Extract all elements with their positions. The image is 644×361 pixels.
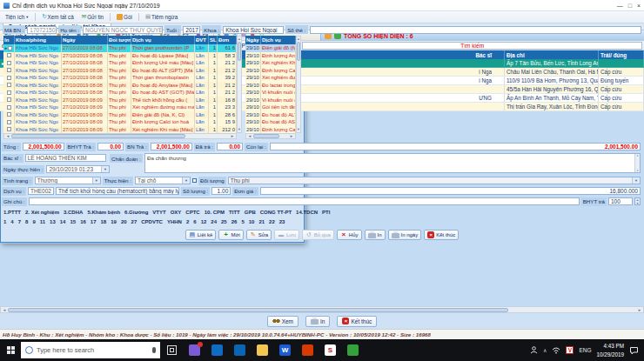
pinwheel-app-icon[interactable]: [347, 344, 359, 356]
taskbar-search-input[interactable]: Type here to search: [21, 342, 160, 358]
category-tab-cptc[interactable]: CPTC: [185, 210, 199, 215]
category-tab-16[interactable]: 16: [80, 219, 86, 224]
microphone-icon[interactable]: [152, 347, 156, 353]
category-tab-13[interactable]: 13: [50, 219, 56, 224]
category-tab-2[interactable]: 2: [186, 219, 189, 224]
dialog-maximize-icon[interactable]: □: [628, 3, 632, 9]
service-checkbox[interactable]: [7, 97, 11, 102]
people-icon[interactable]: [530, 346, 538, 354]
service-checkbox[interactable]: [7, 127, 11, 131]
service-row-item[interactable]: Khoa Hồi Sức Ngo27/10/2019 08:09Thu phíĐ…: [3, 111, 237, 119]
dialog-minimize-icon[interactable]: —: [617, 3, 623, 9]
service-cell-chk[interactable]: [3, 82, 15, 90]
note-field[interactable]: [29, 197, 580, 205]
category-tab-14[interactable]: 14: [60, 219, 66, 224]
category-tab-cpdvtc[interactable]: CPDVTC: [141, 219, 163, 224]
insurance-rate-field[interactable]: 100: [608, 197, 633, 205]
service-cell-chk[interactable]: [3, 126, 15, 134]
dialog-button-sua[interactable]: Sửa: [246, 230, 272, 240]
category-tab-15[interactable]: 15: [70, 219, 76, 224]
category-tab-cong-tt-pt[interactable]: CONG TT-PT: [260, 210, 292, 215]
category-tab-pti[interactable]: PTI: [322, 210, 330, 215]
history-row-item[interactable]: 29/10Xét nghiệm Khí má: [245, 59, 296, 67]
service-checkbox[interactable]: [7, 76, 11, 80]
language-indicator[interactable]: ENG: [579, 347, 591, 353]
object-checkbox[interactable]: [192, 178, 197, 183]
service-row-item[interactable]: Khoa Hồi Sức Ngo27/10/2019 08:09Thu phíT…: [3, 97, 237, 104]
dialog-button-ket-thuc[interactable]: Kết thúc: [424, 230, 459, 240]
category-tab-10[interactable]: 10: [249, 219, 255, 224]
history-horizontal-scrollbar[interactable]: ◄►: [245, 133, 296, 139]
service-checkbox[interactable]: [7, 120, 11, 124]
category-tab-titt[interactable]: TITT: [229, 210, 240, 215]
category-tab-oxy[interactable]: OXY: [171, 210, 182, 215]
dept-field[interactable]: Khoa Hồi Sức Ngoại: [223, 26, 284, 34]
main-horizontal-scrollbar[interactable]: ◄ ►: [0, 306, 644, 313]
service-cell-chk[interactable]: [3, 67, 15, 75]
history-row-item[interactable]: 29/10Vi khuẩn nuôi cấy,: [245, 97, 296, 104]
dialog-close-icon[interactable]: ×: [637, 3, 641, 9]
category-tab-12[interactable]: 12: [201, 219, 207, 224]
dialog-utility-button[interactable]: Tiện ích▼: [3, 13, 31, 22]
category-tab-yhhn[interactable]: YHHN: [167, 219, 182, 224]
category-tab-5[interactable]: 5: [241, 219, 244, 224]
category-tab-22[interactable]: 22: [269, 219, 275, 224]
service-checkbox[interactable]: [7, 68, 11, 72]
category-tab-6-giuong[interactable]: 6.Giường: [124, 210, 148, 215]
execution-date-field[interactable]: 29/10/2019 01:23: [46, 165, 110, 173]
category-tab-gpb[interactable]: GPB: [245, 210, 256, 215]
category-tab-21[interactable]: 21: [258, 219, 265, 224]
category-tab-6[interactable]: 6: [193, 219, 196, 224]
category-tab-10-cpm[interactable]: 10. CPM: [205, 210, 225, 215]
file-explorer-icon[interactable]: [257, 344, 268, 356]
diagnosis-field[interactable]: Đa chấn thương ∧∨: [144, 153, 641, 173]
condition-select[interactable]: Thường: [35, 177, 101, 184]
patient-id-field[interactable]: 17072150: [27, 26, 57, 34]
unit-price-field[interactable]: 16,800.000: [260, 187, 641, 195]
doctor-field[interactable]: LÊ HOÀNG THIÊN KIM: [25, 154, 106, 162]
history-row-item[interactable]: 29/10Đo hoạt độ AST (: [245, 118, 296, 126]
services-vertical-scrollbar[interactable]: ▲▼: [237, 36, 242, 133]
service-cell-chk[interactable]: [3, 89, 15, 97]
age-field[interactable]: 2017: [183, 26, 200, 34]
dialog-button-in-ngay[interactable]: In ngày: [388, 230, 422, 240]
service-name-field[interactable]: Thể tích khối hồng cầu (hematocrit) bằng…: [56, 187, 179, 195]
tray-expand-icon[interactable]: ∧: [543, 347, 547, 353]
perform-select[interactable]: Tại chỗ: [135, 177, 191, 184]
category-tab-24[interactable]: 24: [211, 219, 217, 224]
dialog-button-moi[interactable]: Mới: [218, 230, 243, 240]
service-cell-chk[interactable]: [3, 104, 15, 111]
vaccination-button[interactable]: ▤Tiêm ngừa: [143, 13, 180, 22]
service-checkbox[interactable]: [8, 46, 12, 50]
category-tab-19[interactable]: 19: [111, 219, 117, 224]
unikey-icon[interactable]: V: [566, 346, 574, 354]
category-tab-1[interactable]: 1: [3, 219, 6, 224]
category-tab-18[interactable]: 18: [101, 219, 107, 224]
package-button[interactable]: Gói: [114, 13, 135, 22]
service-cell-chk[interactable]: [3, 74, 15, 82]
service-cell-chk[interactable]: ▸: [3, 44, 15, 52]
category-tab-2-xet-nghiem[interactable]: 2. Xét nghiệm: [25, 210, 59, 215]
service-row-item[interactable]: Khoa Hồi Sức Ngo27/10/2019 08:09Thu phíX…: [3, 126, 237, 134]
wifi-icon[interactable]: [552, 347, 560, 354]
service-checkbox[interactable]: [7, 61, 11, 65]
word-app-icon[interactable]: W: [279, 344, 291, 356]
history-row-item[interactable]: 29/10Điện giải đồ (Na,: [245, 44, 296, 52]
dialog-button-liet-ke[interactable]: Liệt kê: [185, 230, 217, 240]
category-tab-7[interactable]: 7: [18, 219, 21, 224]
service-row-item[interactable]: Khoa Hồi Sức Ngo27/10/2019 08:08Thu phíĐ…: [3, 52, 237, 60]
service-cell-chk[interactable]: [3, 97, 15, 104]
category-tab-14-tdcn[interactable]: 14.TDCN: [296, 210, 318, 215]
main-button-xem[interactable]: Xem: [267, 316, 299, 327]
service-row-item[interactable]: Khoa Hồi Sức Ngo27/10/2019 08:08Thu phíĐ…: [3, 82, 237, 90]
task-view-icon[interactable]: [167, 345, 177, 355]
service-cell-chk[interactable]: [3, 52, 15, 60]
service-row-item[interactable]: Khoa Hồi Sức Ngo27/10/2019 08:09Thu phíĐ…: [3, 118, 237, 126]
service-row-item[interactable]: Khoa Hồi Sức Ngo27/10/2019 08:08Thu phíĐ…: [3, 67, 237, 75]
object-select[interactable]: Thu phí: [228, 177, 641, 184]
service-row-item[interactable]: Khoa Hồi Sức Ngo27/10/2019 08:08Thu phíT…: [3, 74, 237, 82]
patient-name-field[interactable]: NGUYỄN NGỌC THÚY QUYÊN: [83, 26, 163, 34]
search-input[interactable]: Tìm kiếm: [302, 42, 642, 50]
services-horizontal-scrollbar[interactable]: ◄►: [3, 133, 237, 139]
service-row-item[interactable]: Khoa Hồi Sức Ngo27/10/2019 08:09Thu phíX…: [3, 104, 237, 111]
